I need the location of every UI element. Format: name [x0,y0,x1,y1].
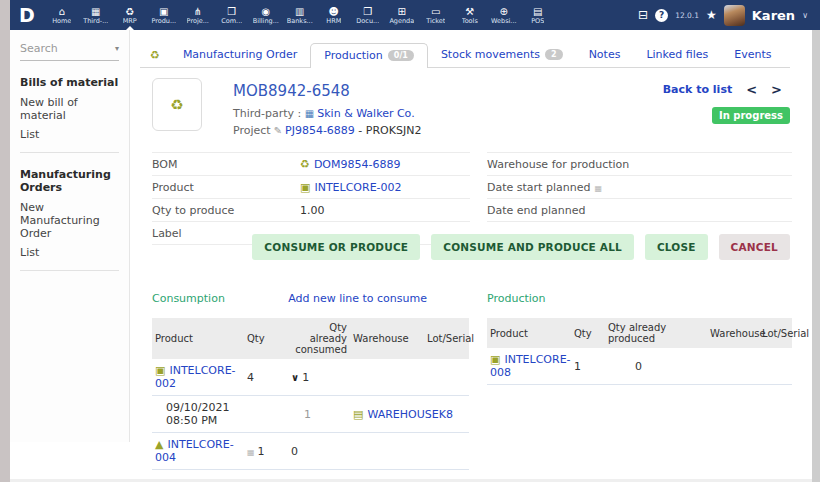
banks-icon: ▥ [295,6,304,17]
field-product: Product ▣INTELCORE-002 [152,176,470,199]
consumption-detail-row: 09/10/202108:50 PM 1 ▤WAREHOUSEK8 [152,396,469,433]
banner-text: MOB8942-6548 Third-party : ▦Skin & Walke… [233,78,421,137]
service-icon: ▲ [155,438,163,451]
company-icon: ▦ [305,108,314,119]
field-warehouse-production: Warehouse for production [487,153,792,176]
consumption-product-link[interactable]: INTELCORE-002 [155,364,236,390]
movement-time: 08:50 PM [166,414,241,427]
website-icon: ⊕ [500,6,508,17]
close-button[interactable]: CLOSE [645,234,708,260]
product-link[interactable]: INTELCORE-002 [314,181,401,194]
consume-and-produce-all-button[interactable]: CONSUME AND PRODUCE ALL [431,234,634,260]
menu-ticket[interactable]: ▭ Ticket [419,0,453,30]
field-qty-to-produce: Qty to produce 1.00 [152,199,470,222]
menu-hrm[interactable]: ☻ HRM [317,0,351,30]
sidebar-item-new-bom[interactable]: New bill of material [20,96,119,122]
next-record-icon[interactable]: > [771,82,782,97]
tab-stock-movements[interactable]: Stock movements2 [428,43,576,67]
back-navigation: Back to list < > [663,82,782,97]
mo-ref: MOB8942-6548 [233,82,421,100]
production-section: Production Product Qty Qty already produ… [487,292,792,385]
sidebar-divider [20,270,119,271]
menu-documents[interactable]: ❐ Docu... [351,0,385,30]
production-count-badge: 0/1 [388,50,414,61]
sidebar-section-mo: Manufacturing Orders New Manufacturing O… [10,168,129,259]
fields-right: Warehouse for production Date start plan… [487,152,792,222]
tab-notes[interactable]: Notes [576,43,634,67]
help-icon[interactable]: ? [655,9,668,22]
back-to-list-link[interactable]: Back to list [663,83,732,96]
field-date-start: Date start planned▦ [487,176,792,199]
menu-banks[interactable]: ▥ Banks... [283,0,317,30]
tab-events[interactable]: Events [721,43,784,67]
detail-consumed-qty: 1 [288,408,350,421]
project-link[interactable]: PJ9854-6889 [285,124,355,137]
consumption-table-header: Product Qty Qty already consumed Warehou… [152,318,469,359]
product-cube-icon: ▣ [155,364,165,377]
cancel-button[interactable]: CANCEL [719,234,790,260]
third-party-link[interactable]: Skin & Walker Co. [317,107,414,120]
thirdparty-icon: ▦ [91,6,100,17]
print-icon[interactable]: ⊟ [638,8,648,22]
mo-photo-icon: ♻ [170,96,183,114]
products-icon: ▣ [159,6,168,17]
previous-record-icon[interactable]: < [746,82,757,97]
main-content: ♻ Manufacturing Order Production0/1 Stoc… [130,30,812,479]
window-left-edge [0,0,10,482]
add-line-to-consume-link[interactable]: Add new line to consume [288,292,427,305]
menu-website[interactable]: ⊕ Websi... [487,0,521,30]
dolibarr-logo: D [19,4,35,26]
menu-products[interactable]: ▣ Produ... [147,0,181,30]
menu-commercial[interactable]: ❒ Com... [215,0,249,30]
project-name: - PROKSJN2 [355,124,422,137]
bookmark-star-icon[interactable]: ★ [706,8,717,22]
third-party-label: Third-party : [233,107,305,120]
search-caret-icon[interactable]: ▾ [115,44,119,53]
section-title-mo: Manufacturing Orders [20,168,119,194]
search-input[interactable] [20,42,100,55]
menu-pos[interactable]: ▤ POS [521,0,555,30]
consumption-product-link[interactable]: INTELCORE-004 [155,438,234,464]
production-row: ▣INTELCORE-008 1 0 [487,348,792,385]
field-date-end: Date end planned [487,199,792,222]
sidebar-item-mo-list[interactable]: List [20,246,119,259]
user-name[interactable]: Karen [752,8,795,23]
menu-billing[interactable]: ◉ Billing... [249,0,283,30]
tab-bar: ♻ Manufacturing Order Production0/1 Stoc… [140,44,790,68]
scrollbar-track[interactable] [812,30,820,482]
fields-left: BOM ♻DOM9854-6889 Product ▣INTELCORE-002… [152,152,470,245]
consumption-title: Consumption [152,292,225,305]
navbar-right-cluster: ⊟ ? 12.0.1 ★ Karen ∨ [638,5,820,26]
consume-or-produce-button[interactable]: CONSUME OR PRODUCE [252,234,420,260]
menu-projects[interactable]: ⋔ Proje... [181,0,215,30]
collapse-chevron-icon[interactable]: ∨ [291,372,299,383]
menu-home[interactable]: ⌂ Home [45,0,79,30]
production-title: Production [487,292,546,305]
edit-pencil-icon[interactable]: ✎ [274,125,282,136]
bom-icon: ♻ [300,158,310,171]
sidebar-item-new-mo[interactable]: New Manufacturing Order [20,201,119,240]
menu-thirdparties[interactable]: ▦ Third-... [79,0,113,30]
warehouse-icon: ▤ [353,408,363,421]
project-label: Project [233,124,271,137]
user-avatar[interactable] [724,5,745,26]
product-cube-icon: ▣ [300,181,310,194]
menu-tools[interactable]: ⚒ Tools [453,0,487,30]
version-label: 12.0.1 [675,11,699,20]
tab-production[interactable]: Production0/1 [310,43,428,68]
tab-manufacturing-order[interactable]: Manufacturing Order [170,43,310,67]
home-icon: ⌂ [59,6,65,17]
tab-linked-files[interactable]: Linked files [633,43,721,67]
menu-agenda[interactable]: ⊞ Agenda [385,0,419,30]
sidebar-section-bom: Bills of material New bill of material L… [10,76,129,141]
user-menu-caret-icon[interactable]: ∨ [802,11,808,20]
sidebar-item-bom-list[interactable]: List [20,128,119,141]
production-product-link[interactable]: INTELCORE-008 [490,353,571,379]
object-banner: ♻ MOB8942-6548 Third-party : ▦Skin & Wal… [152,78,421,137]
menu-mrp[interactable]: ♻ MRP [113,0,147,30]
action-buttons: CONSUME OR PRODUCE CONSUME AND PRODUCE A… [252,234,790,260]
projects-icon: ⋔ [194,6,202,17]
bom-link[interactable]: DOM9854-6889 [314,158,401,171]
warehouse-link[interactable]: WAREHOUSEK8 [367,408,453,421]
third-party-line: Third-party : ▦Skin & Walker Co. [233,107,421,120]
